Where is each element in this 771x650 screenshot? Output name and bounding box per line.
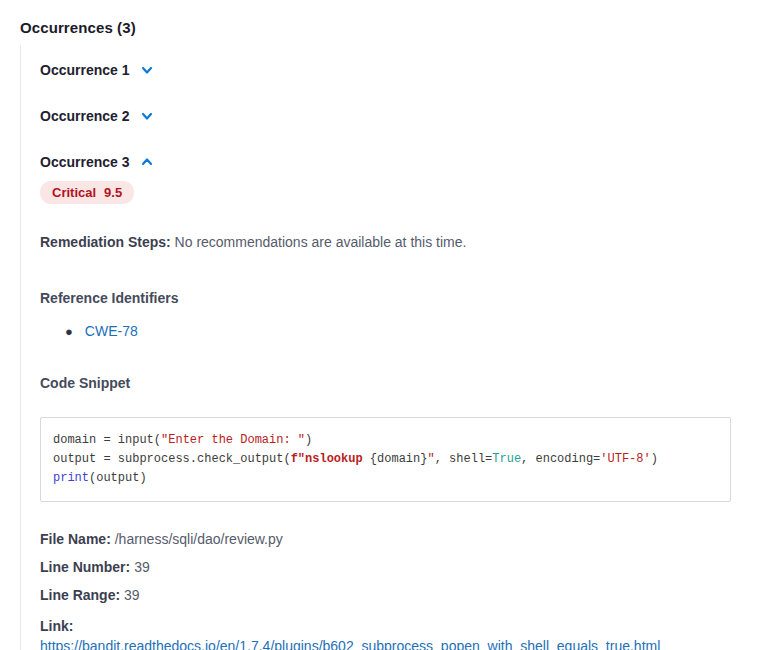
link-row: Link: https://bandit.readthedocs.io/en/1… [40, 616, 771, 650]
chevron-up-icon[interactable] [140, 155, 154, 169]
remediation-text: No recommendations are available at this… [175, 234, 467, 250]
line-number-row: Line Number: 39 [40, 560, 771, 575]
reference-identifiers-list: ● CWE-78 [65, 323, 771, 339]
file-name-value: /harness/sqli/dao/review.py [115, 531, 283, 547]
reference-identifiers-heading: Reference Identifiers [40, 290, 771, 306]
chevron-down-icon[interactable] [140, 63, 154, 77]
line-number-value: 39 [134, 559, 150, 575]
bandit-docs-link[interactable]: https://bandit.readthedocs.io/en/1.7.4/p… [40, 636, 660, 650]
line-number-label: Line Number: [40, 559, 130, 575]
occurrence-3-header[interactable]: Occurrence 3 [40, 154, 154, 170]
severity-badge: Critical 9.5 [40, 181, 134, 204]
file-name-row: File Name: /harness/sqli/dao/review.py [40, 532, 771, 547]
list-item: ● CWE-78 [65, 323, 771, 339]
severity-level: Critical [52, 185, 96, 200]
file-name-label: File Name: [40, 531, 111, 547]
severity-score: 9.5 [104, 185, 122, 200]
occurrences-panel: Occurrences (3) Occurrence 1 Occurrence … [0, 0, 771, 650]
occurrence-1-header[interactable]: Occurrence 1 [40, 62, 154, 78]
line-range-value: 39 [124, 587, 140, 603]
occurrence-3-label: Occurrence 3 [40, 154, 130, 170]
bullet-icon: ● [65, 324, 73, 339]
chevron-down-icon[interactable] [140, 109, 154, 123]
remediation-steps: Remediation Steps: No recommendations ar… [40, 234, 771, 250]
code-snippet-heading: Code Snippet [40, 375, 771, 391]
occurrence-2-label: Occurrence 2 [40, 108, 130, 124]
cwe-link[interactable]: CWE-78 [85, 323, 138, 339]
occurrence-fields: File Name: /harness/sqli/dao/review.py L… [40, 532, 771, 650]
code-snippet-box: domain = input("Enter the Domain: ") out… [40, 417, 731, 502]
left-guide-line [20, 45, 21, 650]
page-title: Occurrences (3) [20, 19, 136, 36]
occurrence-2-header[interactable]: Occurrence 2 [40, 108, 154, 124]
occurrences-content: Occurrence 1 Occurrence 2 Occurrence 3 C… [40, 62, 771, 650]
line-range-label: Line Range: [40, 587, 120, 603]
link-label: Link: [40, 618, 73, 634]
line-range-row: Line Range: 39 [40, 588, 771, 603]
remediation-label: Remediation Steps: [40, 234, 171, 250]
occurrence-1-label: Occurrence 1 [40, 62, 130, 78]
code-snippet: domain = input("Enter the Domain: ") out… [53, 431, 718, 488]
